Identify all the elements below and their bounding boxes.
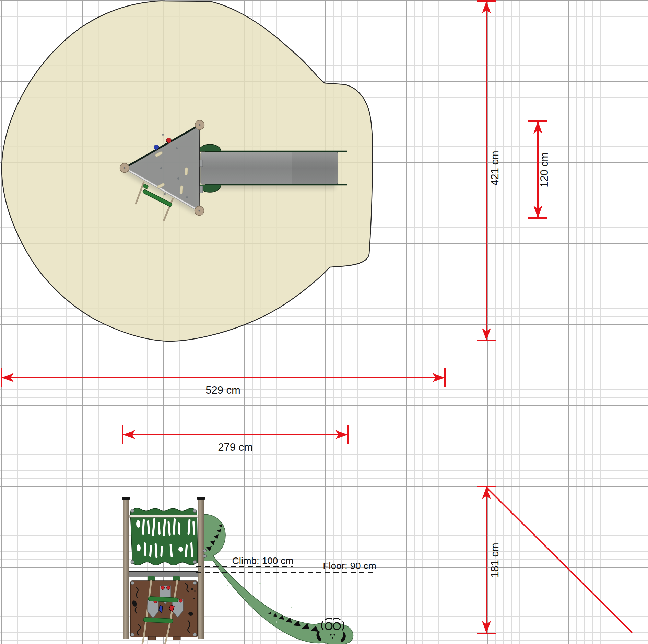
dim-total-height: 181 cm (477, 487, 632, 633)
dim-zone-height: 421 cm (477, 1, 501, 341)
post-cap (197, 497, 205, 500)
climb-panel (129, 508, 198, 565)
item-height-label: 120 cm (538, 152, 550, 187)
panel-tab (173, 576, 180, 581)
dim-item-width: 279 cm (123, 425, 348, 453)
climb-height-label: Climb: 100 cm (232, 555, 294, 566)
post-cap (122, 497, 130, 500)
dim-zone-width: 529 cm (1, 368, 445, 396)
total-height-label: 181 cm (489, 543, 501, 578)
drawing-canvas: Climb: 100 cm Floor: 90 cm 421 cm 120 cm (0, 0, 648, 644)
zone-height-label: 421 cm (489, 151, 501, 186)
zone-width-label: 529 cm (205, 384, 240, 396)
technical-drawing: Climb: 100 cm Floor: 90 cm 421 cm 120 cm (0, 0, 648, 644)
slide-top-view (199, 144, 347, 192)
item-width-label: 279 cm (218, 441, 253, 453)
red-knob-top-view (166, 138, 172, 143)
floor-height-label: Floor: 90 cm (323, 561, 376, 571)
dim-item-height: 120 cm (528, 121, 550, 218)
side-view: Climb: 100 cm Floor: 90 cm (122, 497, 376, 644)
platform-bar (129, 572, 198, 577)
croc-slide-side-view (203, 514, 353, 644)
blue-knob-top-view (154, 145, 159, 150)
panel-top-rail (129, 515, 198, 517)
